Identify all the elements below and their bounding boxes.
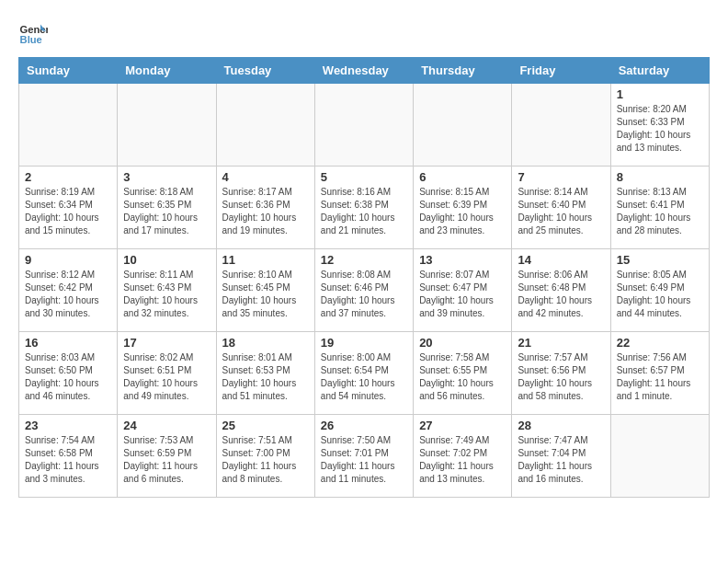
calendar-header-thursday: Thursday xyxy=(414,58,512,84)
page-header: General Blue xyxy=(18,18,710,48)
calendar-header-row: SundayMondayTuesdayWednesdayThursdayFrid… xyxy=(19,58,710,84)
svg-text:Blue: Blue xyxy=(20,34,42,45)
day-info: Sunrise: 8:03 AM Sunset: 6:50 PM Dayligh… xyxy=(25,351,111,403)
calendar-cell: 24Sunrise: 7:53 AM Sunset: 6:59 PM Dayli… xyxy=(118,415,216,498)
day-info: Sunrise: 8:17 AM Sunset: 6:36 PM Dayligh… xyxy=(222,186,309,237)
calendar-cell: 3Sunrise: 8:18 AM Sunset: 6:35 PM Daylig… xyxy=(118,167,216,249)
calendar-week-3: 9Sunrise: 8:12 AM Sunset: 6:42 PM Daylig… xyxy=(19,249,710,332)
day-number: 13 xyxy=(419,253,506,267)
day-info: Sunrise: 8:06 AM Sunset: 6:48 PM Dayligh… xyxy=(518,269,604,320)
calendar-cell: 4Sunrise: 8:17 AM Sunset: 6:36 PM Daylig… xyxy=(216,167,314,249)
calendar-cell: 5Sunrise: 8:16 AM Sunset: 6:38 PM Daylig… xyxy=(314,167,413,249)
day-info: Sunrise: 8:08 AM Sunset: 6:46 PM Dayligh… xyxy=(321,269,407,320)
day-number: 20 xyxy=(419,336,506,350)
calendar-cell: 2Sunrise: 8:19 AM Sunset: 6:34 PM Daylig… xyxy=(19,167,118,249)
day-info: Sunrise: 7:53 AM Sunset: 6:59 PM Dayligh… xyxy=(123,434,210,486)
day-number: 23 xyxy=(25,419,111,432)
day-number: 22 xyxy=(617,336,703,350)
day-number: 1 xyxy=(617,87,703,101)
day-number: 8 xyxy=(617,170,703,184)
calendar-week-2: 2Sunrise: 8:19 AM Sunset: 6:34 PM Daylig… xyxy=(19,167,710,249)
logo-icon: General Blue xyxy=(18,18,48,48)
calendar-cell xyxy=(118,84,216,167)
calendar-cell: 19Sunrise: 8:00 AM Sunset: 6:54 PM Dayli… xyxy=(314,332,413,415)
calendar-cell xyxy=(19,84,118,167)
calendar-cell xyxy=(610,415,709,498)
day-info: Sunrise: 7:49 AM Sunset: 7:02 PM Dayligh… xyxy=(419,434,506,486)
day-info: Sunrise: 7:50 AM Sunset: 7:01 PM Dayligh… xyxy=(321,434,407,486)
calendar-cell: 1Sunrise: 8:20 AM Sunset: 6:33 PM Daylig… xyxy=(610,84,709,167)
day-info: Sunrise: 8:19 AM Sunset: 6:34 PM Dayligh… xyxy=(25,186,111,237)
calendar-header-sunday: Sunday xyxy=(19,58,118,84)
day-number: 15 xyxy=(617,253,703,267)
calendar-week-4: 16Sunrise: 8:03 AM Sunset: 6:50 PM Dayli… xyxy=(19,332,710,415)
day-info: Sunrise: 8:15 AM Sunset: 6:39 PM Dayligh… xyxy=(419,186,506,237)
calendar-header-tuesday: Tuesday xyxy=(216,58,314,84)
calendar-cell: 20Sunrise: 7:58 AM Sunset: 6:55 PM Dayli… xyxy=(414,332,512,415)
day-info: Sunrise: 7:57 AM Sunset: 6:56 PM Dayligh… xyxy=(518,351,604,403)
day-info: Sunrise: 8:18 AM Sunset: 6:35 PM Dayligh… xyxy=(123,186,210,237)
calendar-cell: 8Sunrise: 8:13 AM Sunset: 6:41 PM Daylig… xyxy=(610,167,709,249)
calendar-week-5: 23Sunrise: 7:54 AM Sunset: 6:58 PM Dayli… xyxy=(19,415,710,498)
calendar-cell xyxy=(414,84,512,167)
day-number: 18 xyxy=(222,336,309,350)
day-info: Sunrise: 8:14 AM Sunset: 6:40 PM Dayligh… xyxy=(518,186,604,237)
day-number: 24 xyxy=(123,419,210,432)
calendar-cell: 18Sunrise: 8:01 AM Sunset: 6:53 PM Dayli… xyxy=(216,332,314,415)
calendar-week-1: 1Sunrise: 8:20 AM Sunset: 6:33 PM Daylig… xyxy=(19,84,710,167)
day-info: Sunrise: 8:12 AM Sunset: 6:42 PM Dayligh… xyxy=(25,269,111,320)
calendar-cell: 14Sunrise: 8:06 AM Sunset: 6:48 PM Dayli… xyxy=(512,249,610,332)
calendar-header-friday: Friday xyxy=(512,58,610,84)
day-info: Sunrise: 8:20 AM Sunset: 6:33 PM Dayligh… xyxy=(617,103,703,155)
day-number: 7 xyxy=(518,170,604,184)
calendar-header-saturday: Saturday xyxy=(610,58,709,84)
day-number: 17 xyxy=(123,336,210,350)
day-number: 3 xyxy=(123,170,210,184)
day-number: 25 xyxy=(222,419,309,432)
day-number: 19 xyxy=(321,336,407,350)
day-number: 28 xyxy=(518,419,604,432)
logo: General Blue xyxy=(18,18,51,48)
calendar-cell: 13Sunrise: 8:07 AM Sunset: 6:47 PM Dayli… xyxy=(414,249,512,332)
calendar-header-wednesday: Wednesday xyxy=(314,58,413,84)
day-number: 2 xyxy=(25,170,111,184)
day-number: 4 xyxy=(222,170,309,184)
day-number: 14 xyxy=(518,253,604,267)
day-info: Sunrise: 7:56 AM Sunset: 6:57 PM Dayligh… xyxy=(617,351,703,403)
calendar-cell: 6Sunrise: 8:15 AM Sunset: 6:39 PM Daylig… xyxy=(414,167,512,249)
day-number: 6 xyxy=(419,170,506,184)
day-info: Sunrise: 7:58 AM Sunset: 6:55 PM Dayligh… xyxy=(419,351,506,403)
day-info: Sunrise: 7:51 AM Sunset: 7:00 PM Dayligh… xyxy=(222,434,309,486)
day-info: Sunrise: 8:16 AM Sunset: 6:38 PM Dayligh… xyxy=(321,186,407,237)
day-info: Sunrise: 8:07 AM Sunset: 6:47 PM Dayligh… xyxy=(419,269,506,320)
calendar-cell xyxy=(512,84,610,167)
calendar-cell: 9Sunrise: 8:12 AM Sunset: 6:42 PM Daylig… xyxy=(19,249,118,332)
day-info: Sunrise: 8:11 AM Sunset: 6:43 PM Dayligh… xyxy=(123,269,210,320)
calendar-cell: 10Sunrise: 8:11 AM Sunset: 6:43 PM Dayli… xyxy=(118,249,216,332)
day-number: 27 xyxy=(419,419,506,432)
calendar-cell: 22Sunrise: 7:56 AM Sunset: 6:57 PM Dayli… xyxy=(610,332,709,415)
calendar-cell: 28Sunrise: 7:47 AM Sunset: 7:04 PM Dayli… xyxy=(512,415,610,498)
calendar-cell: 26Sunrise: 7:50 AM Sunset: 7:01 PM Dayli… xyxy=(314,415,413,498)
day-number: 9 xyxy=(25,253,111,267)
day-info: Sunrise: 8:01 AM Sunset: 6:53 PM Dayligh… xyxy=(222,351,309,403)
calendar-cell: 11Sunrise: 8:10 AM Sunset: 6:45 PM Dayli… xyxy=(216,249,314,332)
calendar-cell: 17Sunrise: 8:02 AM Sunset: 6:51 PM Dayli… xyxy=(118,332,216,415)
calendar-cell xyxy=(314,84,413,167)
day-number: 10 xyxy=(123,253,210,267)
calendar-cell xyxy=(216,84,314,167)
calendar-cell: 21Sunrise: 7:57 AM Sunset: 6:56 PM Dayli… xyxy=(512,332,610,415)
calendar-cell: 23Sunrise: 7:54 AM Sunset: 6:58 PM Dayli… xyxy=(19,415,118,498)
day-info: Sunrise: 7:54 AM Sunset: 6:58 PM Dayligh… xyxy=(25,434,111,486)
calendar-cell: 12Sunrise: 8:08 AM Sunset: 6:46 PM Dayli… xyxy=(314,249,413,332)
day-number: 16 xyxy=(25,336,111,350)
day-number: 5 xyxy=(321,170,407,184)
calendar-cell: 15Sunrise: 8:05 AM Sunset: 6:49 PM Dayli… xyxy=(610,249,709,332)
calendar-cell: 7Sunrise: 8:14 AM Sunset: 6:40 PM Daylig… xyxy=(512,167,610,249)
day-info: Sunrise: 8:02 AM Sunset: 6:51 PM Dayligh… xyxy=(123,351,210,403)
calendar-cell: 25Sunrise: 7:51 AM Sunset: 7:00 PM Dayli… xyxy=(216,415,314,498)
day-info: Sunrise: 7:47 AM Sunset: 7:04 PM Dayligh… xyxy=(518,434,604,486)
calendar-table: SundayMondayTuesdayWednesdayThursdayFrid… xyxy=(18,57,710,498)
day-number: 11 xyxy=(222,253,309,267)
day-number: 21 xyxy=(518,336,604,350)
